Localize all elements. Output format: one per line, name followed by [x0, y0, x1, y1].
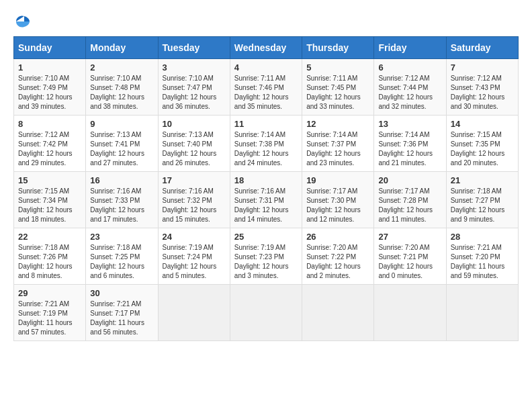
day-info: Sunrise: 7:21 AM Sunset: 7:20 PM Dayligh…	[451, 243, 514, 281]
weekday-header-wednesday: Wednesday	[230, 37, 302, 59]
day-info: Sunrise: 7:10 AM Sunset: 7:48 PM Dayligh…	[90, 74, 153, 111]
day-info: Sunrise: 7:13 AM Sunset: 7:41 PM Dayligh…	[90, 130, 153, 168]
calendar-cell: 16 Sunrise: 7:16 AM Sunset: 7:33 PM Dayl…	[86, 172, 158, 228]
calendar-cell: 12 Sunrise: 7:14 AM Sunset: 7:37 PM Dayl…	[302, 116, 374, 172]
calendar-week-row: 22 Sunrise: 7:18 AM Sunset: 7:26 PM Dayl…	[14, 228, 519, 285]
day-info: Sunrise: 7:12 AM Sunset: 7:44 PM Dayligh…	[378, 74, 441, 111]
day-info: Sunrise: 7:12 AM Sunset: 7:43 PM Dayligh…	[451, 74, 514, 111]
calendar-cell: 10 Sunrise: 7:13 AM Sunset: 7:40 PM Dayl…	[158, 116, 230, 172]
calendar-cell: 9 Sunrise: 7:13 AM Sunset: 7:41 PM Dayli…	[86, 116, 158, 172]
day-number: 17	[163, 175, 226, 185]
day-info: Sunrise: 7:16 AM Sunset: 7:33 PM Dayligh…	[90, 187, 153, 224]
day-info: Sunrise: 7:18 AM Sunset: 7:27 PM Dayligh…	[451, 187, 514, 224]
calendar-cell: 15 Sunrise: 7:15 AM Sunset: 7:34 PM Dayl…	[14, 172, 86, 228]
weekday-header-saturday: Saturday	[446, 37, 518, 59]
day-info: Sunrise: 7:14 AM Sunset: 7:36 PM Dayligh…	[378, 130, 441, 168]
day-number: 30	[90, 288, 153, 298]
day-number: 12	[306, 119, 369, 129]
day-info: Sunrise: 7:10 AM Sunset: 7:47 PM Dayligh…	[163, 74, 226, 111]
day-number: 21	[451, 175, 514, 185]
calendar-cell: 28 Sunrise: 7:21 AM Sunset: 7:20 PM Dayl…	[446, 228, 518, 285]
day-number: 27	[378, 232, 441, 242]
day-info: Sunrise: 7:11 AM Sunset: 7:45 PM Dayligh…	[306, 74, 369, 111]
calendar-cell: 18 Sunrise: 7:16 AM Sunset: 7:31 PM Dayl…	[230, 172, 302, 228]
calendar-table: SundayMondayTuesdayWednesdayThursdayFrid…	[13, 36, 519, 341]
calendar-cell: 29 Sunrise: 7:21 AM Sunset: 7:19 PM Dayl…	[14, 285, 86, 341]
day-info: Sunrise: 7:14 AM Sunset: 7:37 PM Dayligh…	[306, 130, 369, 168]
day-number: 22	[18, 232, 81, 242]
day-info: Sunrise: 7:18 AM Sunset: 7:25 PM Dayligh…	[90, 243, 153, 281]
weekday-header-sunday: Sunday	[14, 37, 86, 59]
day-number: 3	[163, 62, 226, 73]
day-info: Sunrise: 7:10 AM Sunset: 7:49 PM Dayligh…	[18, 74, 81, 111]
calendar-cell: 17 Sunrise: 7:16 AM Sunset: 7:32 PM Dayl…	[158, 172, 230, 228]
day-info: Sunrise: 7:16 AM Sunset: 7:31 PM Dayligh…	[234, 187, 298, 224]
day-info: Sunrise: 7:13 AM Sunset: 7:40 PM Dayligh…	[163, 130, 226, 168]
calendar-week-row: 1 Sunrise: 7:10 AM Sunset: 7:49 PM Dayli…	[14, 59, 519, 116]
calendar-cell: 5 Sunrise: 7:11 AM Sunset: 7:45 PM Dayli…	[302, 59, 374, 116]
weekday-header-row: SundayMondayTuesdayWednesdayThursdayFrid…	[14, 37, 519, 59]
calendar-cell: 30 Sunrise: 7:21 AM Sunset: 7:17 PM Dayl…	[86, 285, 158, 341]
day-number: 4	[234, 62, 298, 73]
day-number: 2	[90, 62, 153, 73]
calendar-cell: 13 Sunrise: 7:14 AM Sunset: 7:36 PM Dayl…	[374, 116, 446, 172]
logo	[13, 13, 31, 30]
day-number: 10	[163, 119, 226, 129]
weekday-header-monday: Monday	[86, 37, 158, 59]
day-info: Sunrise: 7:18 AM Sunset: 7:26 PM Dayligh…	[18, 243, 81, 281]
calendar-cell: 25 Sunrise: 7:19 AM Sunset: 7:23 PM Dayl…	[230, 228, 302, 285]
calendar-week-row: 15 Sunrise: 7:15 AM Sunset: 7:34 PM Dayl…	[14, 172, 519, 228]
day-number: 24	[163, 232, 226, 242]
day-number: 25	[234, 232, 298, 242]
day-number: 18	[234, 175, 298, 185]
day-info: Sunrise: 7:12 AM Sunset: 7:42 PM Dayligh…	[18, 130, 81, 168]
day-info: Sunrise: 7:14 AM Sunset: 7:38 PM Dayligh…	[234, 130, 298, 168]
calendar-cell: 8 Sunrise: 7:12 AM Sunset: 7:42 PM Dayli…	[14, 116, 86, 172]
day-number: 7	[451, 62, 514, 73]
day-number: 13	[378, 119, 441, 129]
day-number: 20	[378, 175, 441, 185]
calendar-cell: 11 Sunrise: 7:14 AM Sunset: 7:38 PM Dayl…	[230, 116, 302, 172]
day-number: 6	[378, 62, 441, 73]
day-number: 11	[234, 119, 298, 129]
weekday-header-friday: Friday	[374, 37, 446, 59]
calendar-cell: 23 Sunrise: 7:18 AM Sunset: 7:25 PM Dayl…	[86, 228, 158, 285]
day-number: 29	[18, 288, 81, 298]
day-info: Sunrise: 7:15 AM Sunset: 7:35 PM Dayligh…	[451, 130, 514, 168]
day-info: Sunrise: 7:20 AM Sunset: 7:21 PM Dayligh…	[378, 243, 441, 281]
calendar-cell: 3 Sunrise: 7:10 AM Sunset: 7:47 PM Dayli…	[158, 59, 230, 116]
day-number: 8	[18, 119, 81, 129]
day-info: Sunrise: 7:19 AM Sunset: 7:23 PM Dayligh…	[234, 243, 298, 281]
calendar-week-row: 29 Sunrise: 7:21 AM Sunset: 7:19 PM Dayl…	[14, 285, 519, 341]
page-header	[13, 13, 519, 30]
day-number: 5	[306, 62, 369, 73]
calendar-cell: 20 Sunrise: 7:17 AM Sunset: 7:28 PM Dayl…	[374, 172, 446, 228]
day-info: Sunrise: 7:20 AM Sunset: 7:22 PM Dayligh…	[306, 243, 369, 281]
day-info: Sunrise: 7:16 AM Sunset: 7:32 PM Dayligh…	[163, 187, 226, 224]
calendar-cell: 26 Sunrise: 7:20 AM Sunset: 7:22 PM Dayl…	[302, 228, 374, 285]
calendar-cell: 1 Sunrise: 7:10 AM Sunset: 7:49 PM Dayli…	[14, 59, 86, 116]
day-number: 28	[451, 232, 514, 242]
calendar-cell: 4 Sunrise: 7:11 AM Sunset: 7:46 PM Dayli…	[230, 59, 302, 116]
calendar-cell: 2 Sunrise: 7:10 AM Sunset: 7:48 PM Dayli…	[86, 59, 158, 116]
calendar-cell	[302, 285, 374, 341]
day-info: Sunrise: 7:21 AM Sunset: 7:19 PM Dayligh…	[18, 300, 81, 337]
weekday-header-thursday: Thursday	[302, 37, 374, 59]
logo-icon	[15, 13, 31, 30]
calendar-cell: 19 Sunrise: 7:17 AM Sunset: 7:30 PM Dayl…	[302, 172, 374, 228]
day-info: Sunrise: 7:15 AM Sunset: 7:34 PM Dayligh…	[18, 187, 81, 224]
day-number: 1	[18, 62, 81, 73]
day-number: 19	[306, 175, 369, 185]
calendar-cell: 24 Sunrise: 7:19 AM Sunset: 7:24 PM Dayl…	[158, 228, 230, 285]
day-number: 14	[451, 119, 514, 129]
calendar-cell	[230, 285, 302, 341]
calendar-cell: 14 Sunrise: 7:15 AM Sunset: 7:35 PM Dayl…	[446, 116, 518, 172]
day-info: Sunrise: 7:17 AM Sunset: 7:30 PM Dayligh…	[306, 187, 369, 224]
day-info: Sunrise: 7:21 AM Sunset: 7:17 PM Dayligh…	[90, 300, 153, 337]
weekday-header-tuesday: Tuesday	[158, 37, 230, 59]
day-info: Sunrise: 7:17 AM Sunset: 7:28 PM Dayligh…	[378, 187, 441, 224]
calendar-cell: 7 Sunrise: 7:12 AM Sunset: 7:43 PM Dayli…	[446, 59, 518, 116]
day-number: 15	[18, 175, 81, 185]
day-number: 16	[90, 175, 153, 185]
day-number: 23	[90, 232, 153, 242]
